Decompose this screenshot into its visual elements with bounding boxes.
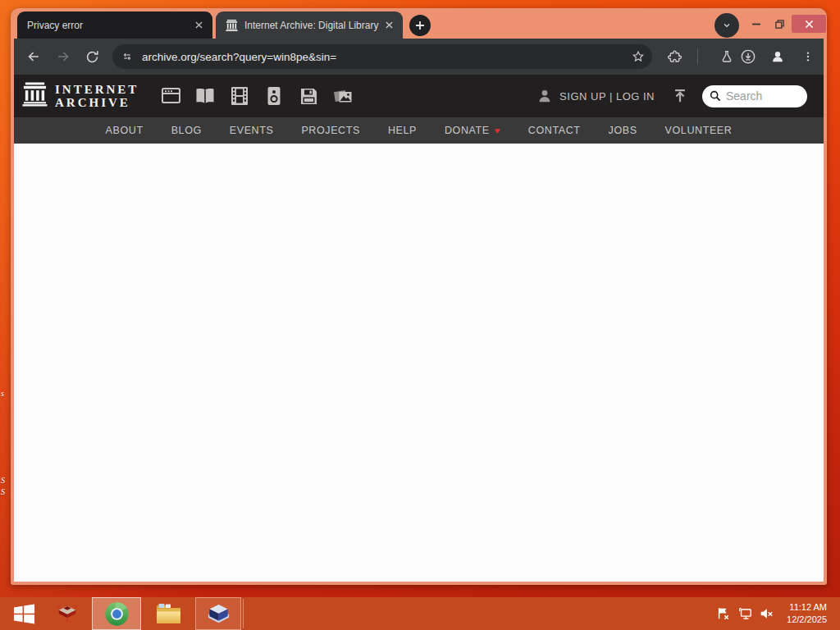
nav-item-jobs[interactable]: JOBS [609, 125, 637, 136]
close-button[interactable] [792, 15, 826, 33]
internet-archive-nav: ABOUT BLOG EVENTS PROJECTS HELP DONATE♥ … [14, 117, 824, 144]
audio-icon[interactable] [263, 85, 285, 107]
site-info-icon[interactable] [121, 50, 134, 63]
back-button[interactable] [22, 45, 45, 68]
browser-toolbar [14, 39, 824, 75]
start-button[interactable] [7, 597, 41, 630]
taskbar-chrome-button[interactable] [92, 597, 141, 630]
browser-window: Privacy error Internet [11, 8, 827, 585]
toolbar-divider [697, 48, 698, 65]
internet-archive-wordmark[interactable]: INTERNET ARCHIVE [55, 83, 139, 109]
tab-close-icon[interactable] [191, 18, 206, 33]
page-content-blank [14, 144, 824, 582]
chrome-icon [104, 601, 130, 627]
profile-avatar-icon[interactable] [766, 45, 789, 68]
internet-archive-favicon-icon [226, 20, 238, 31]
desktop-icon-label-fragment: S [1, 487, 5, 496]
volume-muted-icon[interactable] [758, 606, 774, 621]
action-center-flag-icon[interactable] [715, 606, 732, 621]
taskbar: 11:12 AM 12/2/2025 [0, 597, 840, 630]
site-search-box[interactable] [702, 85, 807, 107]
nav-item-events[interactable]: EVENTS [230, 125, 274, 136]
desktop-wallpaper: s S S Privacy error [0, 0, 840, 630]
menu-dots-icon[interactable] [797, 45, 819, 68]
new-tab-button[interactable] [409, 15, 431, 36]
tab-internet-archive[interactable]: Internet Archive: Digital Library [216, 11, 403, 39]
folder-icon [155, 601, 182, 626]
tab-title: Privacy error [27, 20, 191, 31]
person-icon[interactable] [536, 87, 554, 105]
taskbar-clock[interactable]: 11:12 AM 12/2/2025 [787, 601, 827, 626]
heart-icon: ♥ [495, 126, 500, 135]
taskbar-red-box-app-icon[interactable] [51, 597, 84, 630]
forward-button[interactable] [52, 45, 75, 68]
chevron-down-icon [721, 20, 733, 31]
images-icon[interactable] [332, 85, 354, 107]
nav-item-contact[interactable]: CONTACT [528, 125, 581, 136]
url-input[interactable] [142, 51, 631, 63]
software-icon[interactable] [298, 85, 319, 107]
nav-item-blog[interactable]: BLOG [171, 125, 202, 136]
nav-item-donate[interactable]: DONATE♥ [445, 125, 500, 136]
tab-search-button[interactable] [714, 13, 739, 38]
web-icon[interactable] [160, 85, 181, 107]
restore-button[interactable] [769, 15, 790, 33]
internet-archive-logo-icon[interactable] [22, 81, 48, 111]
tab-close-icon[interactable] [381, 18, 396, 33]
extensions-icon[interactable] [663, 45, 686, 68]
internet-archive-header: INTERNET ARCHIVE [14, 75, 824, 117]
nav-item-help[interactable]: HELP [388, 125, 417, 136]
search-icon [709, 89, 722, 103]
clock-date: 12/2/2025 [787, 614, 827, 626]
taskbar-file-explorer-button[interactable] [151, 597, 185, 630]
tab-privacy-error[interactable]: Privacy error [17, 11, 212, 39]
bookmark-star-icon[interactable] [631, 49, 646, 64]
media-type-icons [160, 85, 354, 107]
downloads-icon[interactable] [737, 45, 760, 68]
minimize-button[interactable] [746, 15, 767, 33]
web-page: INTERNET ARCHIVE [14, 75, 824, 582]
nav-item-volunteer[interactable]: VOLUNTEER [665, 125, 733, 136]
search-input[interactable] [726, 89, 801, 103]
video-icon[interactable] [229, 85, 250, 107]
experiments-flask-icon[interactable] [715, 45, 738, 68]
windows-logo-icon [13, 603, 35, 625]
clock-time: 11:12 AM [787, 601, 827, 614]
tab-title: Internet Archive: Digital Library [244, 20, 381, 31]
nav-item-projects[interactable]: PROJECTS [301, 125, 359, 136]
virtualbox-icon [206, 601, 231, 627]
tab-strip: Privacy error Internet [11, 8, 827, 39]
texts-icon[interactable] [194, 85, 216, 107]
upload-icon[interactable] [671, 87, 689, 105]
desktop-icon-label-fragment: s [1, 389, 4, 398]
address-bar[interactable] [112, 44, 652, 69]
taskbar-virtualbox-button[interactable] [195, 597, 241, 630]
network-status-icon[interactable] [737, 606, 753, 621]
signup-login-link[interactable]: SIGN UP | LOG IN [559, 90, 655, 103]
taskbar-separator [243, 599, 244, 628]
desktop-icon-label-fragment: S [1, 476, 5, 485]
nav-item-about[interactable]: ABOUT [106, 125, 144, 136]
reload-button[interactable] [80, 45, 103, 68]
header-right-cluster: SIGN UP | LOG IN [536, 85, 807, 107]
